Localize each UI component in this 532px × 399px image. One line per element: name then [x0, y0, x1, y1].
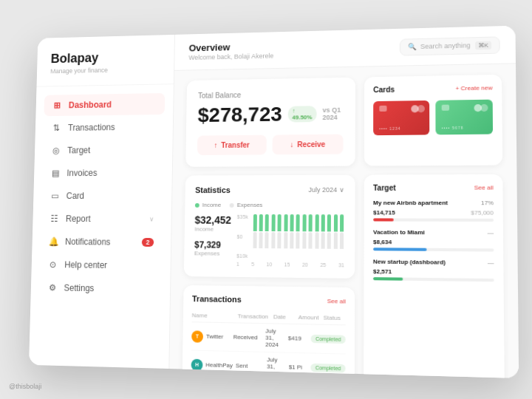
page-title: Overview — [189, 41, 274, 53]
topbar: Overview Welcome back, Bolaji Akerele 🔍 … — [174, 26, 516, 71]
transactions-table: Name Transaction Date Amount Status T Tw… — [191, 309, 345, 378]
col-header-amount: Amount — [299, 314, 321, 321]
cards-header: Cards + Create new — [373, 83, 492, 94]
transfer-button[interactable]: ↑ Transfer — [197, 135, 267, 155]
search-placeholder: Search anything — [420, 41, 470, 50]
sidebar-item-label: Dashboard — [69, 100, 112, 110]
x-label: 10 — [266, 262, 272, 267]
bar-expense — [296, 232, 300, 249]
sidebar-item-notifications[interactable]: 🔔 Notifications 2 — [40, 231, 163, 253]
cell-transaction-1: Received — [233, 334, 262, 341]
sidebar-item-label: Settings — [64, 283, 94, 293]
transactions-header: Transactions See all — [192, 294, 346, 305]
receive-label: Receive — [297, 140, 325, 149]
expense-dot — [230, 202, 234, 207]
bar-group — [290, 214, 295, 248]
notifications-badge: 2 — [142, 238, 154, 247]
expense-legend-label: Expenses — [237, 202, 263, 208]
target-item-1: My new Airbnb apartment 17% $14,715 $75,… — [373, 200, 494, 222]
card-number: •••• 1234 — [379, 126, 423, 131]
legend-income: Income — [195, 202, 221, 208]
bar-expense — [271, 232, 275, 249]
credit-card-green[interactable]: •••• 5678 — [435, 100, 493, 135]
target-title: Target — [373, 184, 396, 192]
sidebar-nav: ⊞ Dashboard ⇅ Transactions ◎ Target ▤ In… — [30, 93, 174, 354]
target-amounts-3: $2,571 — [373, 268, 494, 276]
page-wrapper: Bolapay Manage your finance ⊞ Dashboard … — [0, 0, 532, 399]
sidebar-item-transactions[interactable]: ⇅ Transactions — [44, 116, 165, 139]
sidebar-logo: Bolapay Manage your finance — [37, 49, 174, 87]
bar-expense — [259, 231, 262, 248]
create-btn-label: + Create new — [455, 84, 492, 92]
cell-date-2: July 31, 2024 — [267, 356, 286, 377]
period-label: July 2024 — [308, 186, 337, 194]
balance-value: $278,723 — [197, 103, 282, 127]
app-container: Bolapay Manage your finance ⊞ Dashboard … — [29, 26, 519, 378]
card-number-2: •••• 5678 — [442, 125, 487, 130]
row-name-1: Twitter — [206, 333, 223, 341]
sidebar-item-invoices[interactable]: ▤ Invoices — [42, 162, 164, 184]
action-buttons: ↑ Transfer ↓ Receive — [197, 134, 344, 155]
transactions-see-all-button[interactable]: See all — [327, 297, 346, 304]
see-all-label: See all — [474, 184, 494, 191]
x-label: 25 — [320, 262, 326, 267]
chevron-icon: ∨ — [339, 186, 344, 194]
sidebar-item-settings[interactable]: ⚙ Settings — [39, 277, 162, 301]
transfer-label: Transfer — [221, 141, 250, 149]
bar-expense — [327, 232, 331, 249]
sidebar-item-helpcenter[interactable]: ⊙ Help center — [39, 253, 162, 276]
chart-bars — [252, 214, 344, 259]
card-circle-right — [417, 105, 425, 112]
bar-income — [334, 214, 338, 231]
transactions-section: Transactions See all Name Transaction Da… — [182, 285, 355, 378]
sidebar-item-report[interactable]: ☷ Report ∨ — [41, 208, 163, 231]
target-see-all-button[interactable]: See all — [474, 184, 494, 191]
income-dot — [195, 202, 200, 207]
bar-income — [278, 214, 282, 231]
settings-icon: ⚙ — [47, 282, 57, 293]
target-name-3: New startup (dashboard) — [373, 258, 446, 265]
cell-status-2: Completed — [311, 364, 346, 373]
cell-date-1: July 31, 2024 — [265, 327, 285, 348]
bar-group — [277, 214, 282, 248]
income-label: Income — [194, 226, 231, 233]
bar-income — [253, 214, 256, 231]
bar-income — [340, 214, 344, 231]
sidebar-item-label: Notifications — [65, 236, 111, 247]
target-amounts-2: $8,634 — [373, 239, 494, 246]
bar-income — [321, 214, 325, 231]
card-logo-2 — [474, 104, 488, 112]
balance-label: Total Balance — [198, 89, 344, 100]
bar-group — [314, 214, 319, 249]
bar-expense — [309, 232, 313, 249]
report-icon: ☷ — [49, 214, 58, 224]
create-card-button[interactable]: + Create new — [455, 84, 492, 92]
target-current-3: $2,571 — [373, 268, 392, 276]
bar-expense — [284, 232, 287, 249]
x-label: 31 — [338, 262, 344, 267]
credit-card-red[interactable]: •••• 1234 — [373, 100, 429, 135]
sidebar-item-card[interactable]: ▭ Card — [41, 185, 163, 206]
progress-fill-2 — [373, 248, 427, 251]
col-header-transaction: Transaction — [238, 313, 270, 320]
bar-income — [327, 214, 331, 231]
sidebar-item-target[interactable]: ◎ Target — [43, 139, 164, 161]
target-current-2: $8,634 — [373, 239, 392, 245]
search-bar[interactable]: 🔍 Search anything ⌘K — [399, 36, 499, 55]
stats-header: Statistics July 2024 ∨ — [195, 185, 344, 194]
cell-name-2: H HealthPay — [191, 358, 233, 372]
bar-income — [271, 214, 275, 231]
receive-button[interactable]: ↓ Receive — [272, 134, 343, 155]
topbar-left: Overview Welcome back, Bolaji Akerele — [188, 41, 273, 61]
x-label: 15 — [284, 262, 290, 267]
bar-expense — [340, 232, 344, 249]
sidebar-item-dashboard[interactable]: ⊞ Dashboard — [44, 93, 165, 116]
topbar-right: 🔍 Search anything ⌘K — [399, 36, 499, 55]
cards-title: Cards — [373, 86, 395, 94]
bar-group — [283, 214, 288, 248]
notifications-icon: 🔔 — [49, 236, 58, 247]
card-logo — [411, 105, 425, 112]
stats-period-selector[interactable]: July 2024 ∨ — [308, 186, 344, 194]
main-content: Overview Welcome back, Bolaji Akerele 🔍 … — [169, 26, 519, 378]
sidebar: Bolapay Manage your finance ⊞ Dashboard … — [29, 35, 175, 369]
